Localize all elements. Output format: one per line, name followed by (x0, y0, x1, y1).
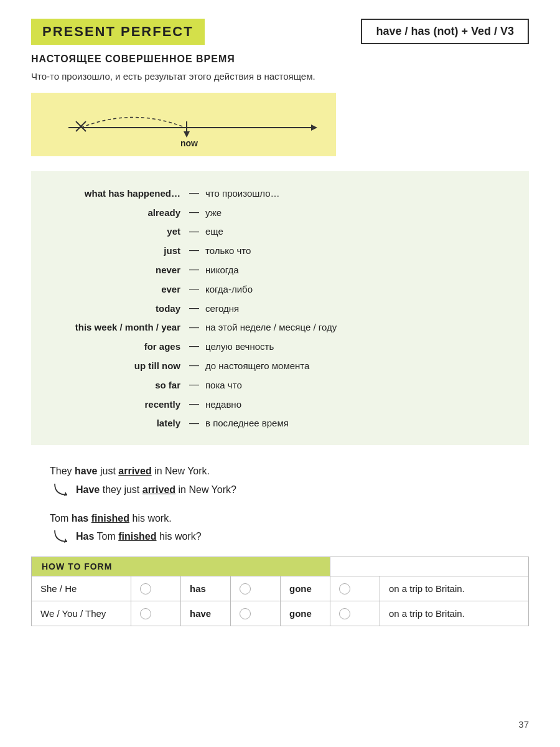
keyword-row-9: up till now—до настоящего момента (50, 356, 510, 375)
keyword-row-7: this week / month / year—на этой неделе … (50, 318, 510, 337)
keyword-translation: сегодня (202, 299, 510, 318)
keyword-translation: еще (202, 222, 510, 242)
keyword-translation: целую вечность (202, 337, 510, 356)
sentence-1-statement: They have just arrived in New York. (50, 463, 510, 479)
example-2: Tom has finished his work. Has Tom finis… (50, 510, 510, 545)
examples-section: They have just arrived in New York. Have… (31, 463, 529, 545)
keyword-row-4: never—никогда (50, 260, 510, 280)
keyword-row-1: already—уже (50, 203, 510, 222)
keyword-term: recently (50, 395, 187, 414)
keyword-term: lately (50, 414, 187, 433)
keyword-translation: до настоящего момента (202, 356, 510, 375)
table-row: We / You / They have gone on a trip to B… (32, 601, 529, 626)
svg-marker-7 (64, 492, 67, 496)
keyword-dash: — (187, 280, 202, 299)
keyword-translation: только что (202, 241, 510, 260)
verb-1: gone (281, 576, 330, 601)
svg-marker-5 (184, 131, 190, 138)
keyword-dash: — (187, 222, 202, 242)
svg-marker-3 (311, 125, 317, 131)
keyword-dash: — (187, 184, 202, 203)
sentence-2-statement: Tom has finished his work. (50, 510, 510, 527)
keyword-translation: уже (202, 203, 510, 222)
timeline-diagram: now (31, 93, 336, 156)
circle-3 (330, 576, 380, 601)
aux-2: have (181, 601, 231, 626)
keyword-term: what has happened… (50, 184, 187, 203)
keyword-term: for ages (50, 337, 187, 356)
verb-2: gone (281, 601, 330, 626)
keyword-row-2: yet—еще (50, 222, 510, 242)
keyword-dash: — (187, 241, 202, 260)
keyword-row-11: recently—недавно (50, 395, 510, 414)
description: Что-то произошло, и есть результат этого… (31, 71, 529, 82)
subject-1: She / He (32, 576, 131, 601)
aux-1: has (181, 576, 231, 601)
title-box: PRESENT PERFECT (31, 19, 205, 45)
subject-2: We / You / They (32, 601, 131, 626)
keyword-translation: в последнее время (202, 414, 510, 433)
keyword-row-12: lately—в последнее время (50, 414, 510, 433)
header-section: PRESENT PERFECT have / has (not) + Ved /… (31, 19, 529, 45)
circle-6 (330, 601, 380, 626)
arrow-icon-2 (50, 528, 72, 545)
circle-1 (131, 576, 181, 601)
how-to-form-table: HOW TO FORM She / He has gone on a trip … (31, 557, 529, 626)
keywords-box: what has happened…—что произошло…already… (31, 171, 529, 445)
keyword-term: this week / month / year (50, 318, 187, 337)
keyword-dash: — (187, 337, 202, 356)
subtitle: НАСТОЯЩЕЕ СОВЕРШЕННОЕ ВРЕМЯ (31, 54, 529, 65)
keyword-translation: что произошло… (202, 184, 510, 203)
keyword-dash: — (187, 375, 202, 395)
keyword-term: ever (50, 280, 187, 299)
keyword-dash: — (187, 203, 202, 222)
keyword-term: up till now (50, 356, 187, 375)
keyword-dash: — (187, 356, 202, 375)
keyword-dash: — (187, 299, 202, 318)
keyword-row-6: today—сегодня (50, 299, 510, 318)
timeline-svg: now (50, 104, 317, 148)
arrow-icon-1 (50, 481, 72, 499)
keyword-term: already (50, 203, 187, 222)
rest-1: on a trip to Britain. (380, 576, 529, 601)
keyword-row-3: just—только что (50, 241, 510, 260)
table-row: She / He has gone on a trip to Britain. (32, 576, 529, 601)
how-to-form-title: HOW TO FORM (32, 557, 330, 576)
keyword-translation: когда-либо (202, 280, 510, 299)
sentence-1-question: Have they just arrived in New York? (76, 481, 236, 498)
keyword-translation: пока что (202, 375, 510, 395)
circle-2 (231, 576, 281, 601)
keyword-translation: на этой неделе / месяце / году (202, 318, 510, 337)
keyword-row-0: what has happened…—что произошло… (50, 184, 510, 203)
keyword-translation: недавно (202, 395, 510, 414)
formula-box: have / has (not) + Ved / V3 (361, 19, 529, 44)
keyword-translation: никогда (202, 260, 510, 280)
circle-4 (131, 601, 181, 626)
keyword-term: yet (50, 222, 187, 242)
keyword-term: today (50, 299, 187, 318)
keyword-row-8: for ages—целую вечность (50, 337, 510, 356)
keyword-dash: — (187, 395, 202, 414)
svg-marker-8 (64, 538, 67, 543)
page-number: 37 (518, 719, 529, 730)
keyword-row-10: so far—пока что (50, 375, 510, 395)
keyword-term: just (50, 241, 187, 260)
keyword-dash: — (187, 414, 202, 433)
arrow-row-2: Has Tom finished his work? (50, 528, 510, 545)
page-title: PRESENT PERFECT (42, 24, 194, 40)
formula-text: have / has (not) + Ved / V3 (376, 25, 514, 37)
svg-text:now: now (180, 138, 198, 148)
how-to-form-header: HOW TO FORM (32, 557, 529, 576)
keyword-term: never (50, 260, 187, 280)
keyword-row-5: ever—когда-либо (50, 280, 510, 299)
keyword-dash: — (187, 260, 202, 280)
rest-2: on a trip to Britain. (380, 601, 529, 626)
keyword-dash: — (187, 318, 202, 337)
keywords-table: what has happened…—что произошло…already… (50, 184, 510, 433)
keyword-term: so far (50, 375, 187, 395)
circle-5 (231, 601, 281, 626)
example-1: They have just arrived in New York. Have… (50, 463, 510, 498)
sentence-2-question: Has Tom finished his work? (76, 528, 202, 545)
arrow-row-1: Have they just arrived in New York? (50, 481, 510, 499)
